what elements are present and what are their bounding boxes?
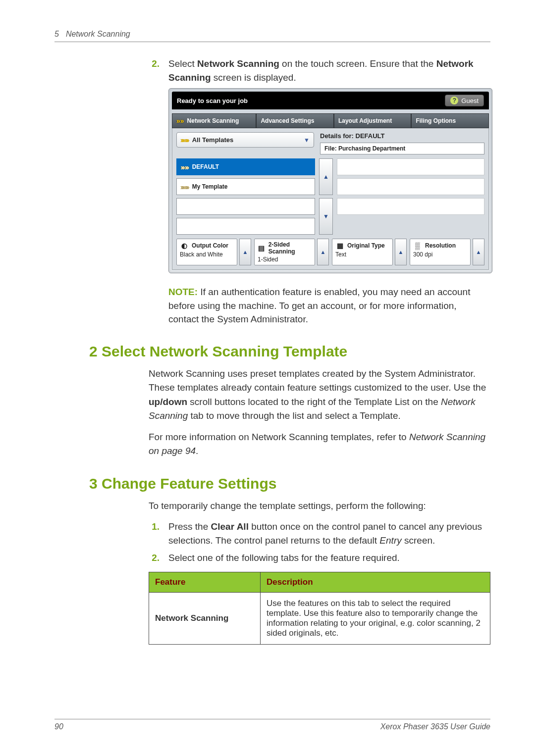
template-icon: »» xyxy=(181,183,189,191)
option-original-type[interactable]: ▦Original Type Text xyxy=(332,239,393,265)
scan-icon: »» xyxy=(176,117,184,125)
page-header: 5 Network Scanning xyxy=(54,30,490,42)
page-number: 90 xyxy=(54,722,63,731)
detail-line xyxy=(337,178,484,195)
pages-icon: ▤ xyxy=(258,244,266,252)
chapter-number: 5 xyxy=(54,30,59,39)
note-block: NOTE: If an authentication feature is en… xyxy=(168,285,485,326)
tab-filing-options[interactable]: Filing Options xyxy=(411,113,489,128)
scroll-up-button[interactable]: ▲ xyxy=(319,158,333,195)
chevron-up-icon: ▲ xyxy=(243,249,248,255)
tab-layout-adjustment[interactable]: Layout Adjustment xyxy=(334,113,412,128)
section2-paragraph2: For more information on Network Scanning… xyxy=(149,430,490,458)
detail-line xyxy=(337,198,484,215)
ts-title: Ready to scan your job xyxy=(177,97,248,104)
template-item-empty xyxy=(176,198,315,215)
feature-name: Network Scanning xyxy=(149,592,261,644)
step-number: 1. xyxy=(149,520,160,547)
step-number: 2. xyxy=(149,551,160,565)
note-text: If an authentication feature is enabled,… xyxy=(168,287,470,324)
page-footer: 90 Xerox Phaser 3635 User Guide xyxy=(54,719,490,731)
option-output-color[interactable]: ◐Output Color Black and White xyxy=(176,239,237,265)
note-label: NOTE: xyxy=(168,287,198,297)
detail-line xyxy=(337,158,484,175)
chevron-up-icon: ▲ xyxy=(476,249,482,255)
option-scroll-up[interactable]: ▲ xyxy=(317,239,329,265)
all-templates-dropdown[interactable]: »»All Templates ▼ xyxy=(176,132,314,148)
feature-description: Use the features on this tab to select t… xyxy=(261,592,490,644)
guide-title: Xerox Phaser 3635 User Guide xyxy=(380,722,490,731)
details-for-label: Details for: DEFAULT xyxy=(320,132,484,140)
templates-icon: »» xyxy=(181,136,189,144)
option-scroll-up[interactable]: ▲ xyxy=(395,239,407,265)
file-box: File: Purchasing Department xyxy=(320,143,484,154)
template-item-empty xyxy=(176,218,315,235)
section3-intro: To temporarily change the template setti… xyxy=(149,499,490,513)
section2-paragraph1: Network Scanning uses preset templates c… xyxy=(149,367,490,423)
step-2: 2. Select Network Scanning on the touch … xyxy=(149,57,490,84)
option-resolution[interactable]: ▒Resolution 300 dpi xyxy=(410,239,471,265)
chapter-title: Network Scanning xyxy=(66,30,130,39)
chevron-down-icon: ▼ xyxy=(304,137,310,144)
help-icon: ? xyxy=(450,97,458,104)
step-number: 2. xyxy=(149,57,160,84)
option-scroll-up[interactable]: ▲ xyxy=(473,239,484,265)
template-list: »» DEFAULT »» My Template xyxy=(176,158,315,235)
step-text: Select Network Scanning on the touch scr… xyxy=(168,57,490,84)
template-icon: »» xyxy=(181,163,189,171)
section-heading-change-settings: 3 Change Feature Settings xyxy=(89,475,490,492)
feature-table: Feature Description Network Scanning Use… xyxy=(149,572,490,645)
option-two-sided[interactable]: ▤2-Sided Scanning 1-Sided xyxy=(254,239,315,265)
chevron-up-icon: ▲ xyxy=(398,249,404,255)
option-scroll-up[interactable]: ▲ xyxy=(239,239,251,265)
tab-advanced-settings[interactable]: Advanced Settings xyxy=(256,113,334,128)
chevron-up-icon: ▲ xyxy=(323,173,329,180)
section3-step1: 1. Press the Clear All button once on th… xyxy=(149,520,490,547)
tab-network-scanning[interactable]: »» Network Scanning xyxy=(172,113,256,128)
table-row: Network Scanning Use the features on thi… xyxy=(149,592,490,644)
guest-button[interactable]: ? Guest xyxy=(445,95,484,106)
template-item-default[interactable]: »» DEFAULT xyxy=(176,158,315,175)
sphere-icon: ◐ xyxy=(180,241,189,250)
touchscreen-mockup: Ready to scan your job ? Guest »» Networ… xyxy=(168,88,492,273)
section3-step2: 2. Select one of the following tabs for … xyxy=(149,551,490,565)
table-header-feature: Feature xyxy=(149,572,261,592)
table-header-description: Description xyxy=(261,572,490,592)
template-item-mine[interactable]: »» My Template xyxy=(176,178,315,195)
scroll-down-button[interactable]: ▼ xyxy=(319,198,333,235)
chevron-down-icon: ▼ xyxy=(323,213,329,220)
section-heading-select-template: 2 Select Network Scanning Template xyxy=(89,343,490,360)
document-icon: ▦ xyxy=(335,241,344,250)
resolution-icon: ▒ xyxy=(413,241,422,250)
chevron-up-icon: ▲ xyxy=(321,249,326,255)
